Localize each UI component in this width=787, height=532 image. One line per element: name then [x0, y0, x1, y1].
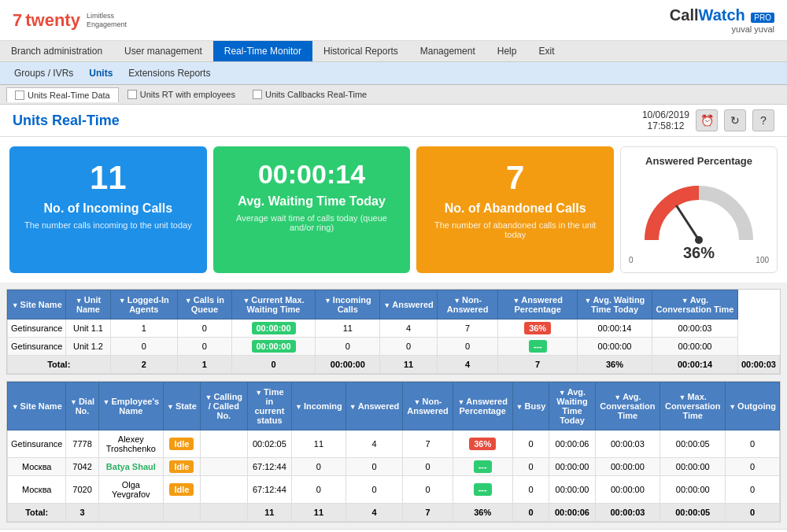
t2r1-answered: 4 [345, 430, 403, 458]
nav-help[interactable]: Help [486, 41, 528, 61]
t1-total-label: Total: [8, 356, 111, 374]
table2: ▼Site Name ▼Dial No. ▼Employee's Name ▼S… [7, 382, 780, 522]
tab-units-callbacks[interactable]: Units Callbacks Real-Time [244, 87, 375, 102]
t2r3-incoming: 0 [291, 476, 345, 504]
callwatch-name: CallWatch [670, 6, 750, 24]
th2-state[interactable]: ▼State [164, 382, 201, 430]
nav-realtime-monitor[interactable]: Real-Time Monitor [213, 41, 312, 61]
top-header: 7 twenty Limitless Engagement CallWatch … [0, 0, 787, 41]
th1-answered[interactable]: ▼Answered [380, 290, 438, 320]
nav-branch-admin[interactable]: Branch administration [0, 41, 113, 61]
sub-nav: Groups / IVRs Units Extensions Reports [0, 62, 787, 85]
th1-queue[interactable]: ▼Calls in Queue [178, 290, 232, 320]
nav-exit[interactable]: Exit [527, 41, 565, 61]
t2r1-busy: 0 [512, 430, 549, 458]
gauge-card: Answered Percentage 36% 0 100 [620, 146, 778, 273]
logo-tagline: Limitless Engagement [87, 12, 127, 29]
subnav-units[interactable]: Units [81, 65, 120, 81]
nav-management[interactable]: Management [409, 41, 486, 61]
th2-pct[interactable]: ▼Answered Percentage [453, 382, 512, 430]
th2-emp[interactable]: ▼Employee's Name [98, 382, 163, 430]
subnav-groups[interactable]: Groups / IVRs [6, 65, 81, 81]
logo-7twenty: 7 twenty Limitless Engagement [13, 10, 127, 31]
nav-user-management[interactable]: User management [113, 41, 213, 61]
th2-nonanswered[interactable]: ▼Non-Answered [403, 382, 453, 430]
t1r1-queue: 0 [178, 320, 232, 338]
date-display: 10/06/2019 [642, 109, 689, 120]
kpi-avgwait-number: 00:00:14 [226, 159, 398, 190]
t2r1-time: 00:02:05 [247, 430, 291, 458]
th2-busy[interactable]: ▼Busy [512, 382, 549, 430]
t1r2-maxwait: 00:00:00 [231, 338, 316, 356]
t2-total-maxconv: 00:00:05 [660, 504, 726, 522]
logo-callwatch: CallWatch PRO yuval yuval [670, 6, 774, 34]
t2-total-time: 11 [247, 504, 291, 522]
t1r1-nonanswered: 7 [437, 320, 498, 338]
th1-site[interactable]: ▼Site Name [8, 290, 66, 320]
t2r1-incoming: 11 [291, 430, 345, 458]
th2-incoming[interactable]: ▼Incoming [291, 382, 345, 430]
t2r2-emp: Batya Shaul [98, 458, 163, 476]
t2r2-nonanswered: 0 [403, 458, 453, 476]
t2-total-avgconv: 00:00:03 [595, 504, 660, 522]
tab-label-1: Units Real-Time Data [28, 91, 110, 100]
refresh-icon[interactable]: ↻ [724, 109, 746, 131]
t1r2-answeredpct: --- [498, 338, 577, 356]
t2r2-avgconv: 00:00:00 [595, 458, 660, 476]
table-row: Getinsurance Unit 1.2 0 0 00:00:00 0 0 0… [8, 338, 780, 356]
t1r1-answered: 4 [380, 320, 438, 338]
t2r1-nonanswered: 7 [403, 430, 453, 458]
kpi-abandoned-desc: The number of abandoned calls in the uni… [429, 220, 601, 239]
clock-icon[interactable]: ⏰ [696, 109, 718, 131]
th2-site[interactable]: ▼Site Name [8, 382, 66, 430]
help-icon[interactable]: ? [752, 109, 774, 131]
th1-incoming[interactable]: ▼Incoming Calls [316, 290, 380, 320]
t1r1-avgconv: 00:00:03 [652, 320, 738, 338]
t2r3-avgwait: 00:00:00 [549, 476, 595, 504]
tab-units-rt-employees[interactable]: Units RT with employees [119, 87, 244, 102]
t2-total-answered: 4 [345, 504, 403, 522]
t2r3-state: Idle [164, 476, 201, 504]
kpi-incoming-label: No. of Incoming Calls [22, 201, 194, 216]
table-row: Getinsurance Unit 1.1 1 0 00:00:00 11 4 … [8, 320, 780, 338]
th2-maxconv[interactable]: ▼Max. Conversation Time [660, 382, 726, 430]
page-header: Units Real-Time 10/06/2019 17:58:12 ⏰ ↻ … [0, 105, 787, 137]
gauge-title: Answered Percentage [629, 155, 769, 167]
subnav-extensions[interactable]: Extensions Reports [120, 65, 218, 81]
gauge-svg [636, 173, 762, 252]
t2-total-busy: 0 [512, 504, 549, 522]
th2-calling[interactable]: ▼Calling / Called No. [200, 382, 247, 430]
t1r1-avgwait: 00:00:14 [577, 320, 652, 338]
table2-section: ▼Site Name ▼Dial No. ▼Employee's Name ▼S… [6, 381, 781, 523]
table1-total-row: Total: 2 1 0 00:00:00 11 4 7 36% 00:00:1… [8, 356, 780, 374]
th2-avgconv[interactable]: ▼Avg. Conversation Time [595, 382, 660, 430]
th2-avgwait[interactable]: ▼Avg. Waiting Time Today [549, 382, 595, 430]
th1-nonanswered[interactable]: ▼Non-Answered [437, 290, 498, 320]
th1-agents[interactable]: ▼Logged-In Agents [110, 290, 178, 320]
t2r3-calling [200, 476, 247, 504]
th1-answeredpct[interactable]: ▼Answered Percentage [498, 290, 577, 320]
kpi-avgwait-label: Avg. Waiting Time Today [226, 194, 398, 209]
t1r2-avgwait: 00:00:00 [577, 338, 652, 356]
th2-outgoing[interactable]: ▼Outgoing [726, 382, 780, 430]
th2-dial[interactable]: ▼Dial No. [66, 382, 98, 430]
th1-avgwait[interactable]: ▼Avg. Waiting Time Today [577, 290, 652, 320]
t2-total-count: 3 [66, 504, 98, 522]
th1-avgconv[interactable]: ▼Avg. Conversation Time [652, 290, 738, 320]
table-row: Москва 7020 Olga Yevgrafov Idle 67:12:44… [8, 476, 780, 504]
th1-unit[interactable]: ▼Unit Name [66, 290, 110, 320]
datetime-area: 10/06/2019 17:58:12 ⏰ ↻ ? [642, 109, 774, 131]
nav-historical-reports[interactable]: Historical Reports [312, 41, 409, 61]
t1-total-answered: 4 [437, 356, 498, 374]
th2-answered[interactable]: ▼Answered [345, 382, 403, 430]
t1r1-maxwait: 00:00:00 [231, 320, 316, 338]
t1-total-nonanswered: 7 [498, 356, 577, 374]
tab-units-realtime[interactable]: Units Real-Time Data [6, 87, 119, 102]
t1r1-answeredpct: 36% [498, 320, 577, 338]
t1r2-avgconv: 00:00:00 [652, 338, 738, 356]
logo-seven: 7 [13, 10, 22, 31]
t2r2-answered: 0 [345, 458, 403, 476]
th2-timestat[interactable]: ▼Time in current status [247, 382, 291, 430]
t1r2-unit: Unit 1.2 [66, 338, 110, 356]
th1-maxwait[interactable]: ▼Current Max. Waiting Time [231, 290, 316, 320]
